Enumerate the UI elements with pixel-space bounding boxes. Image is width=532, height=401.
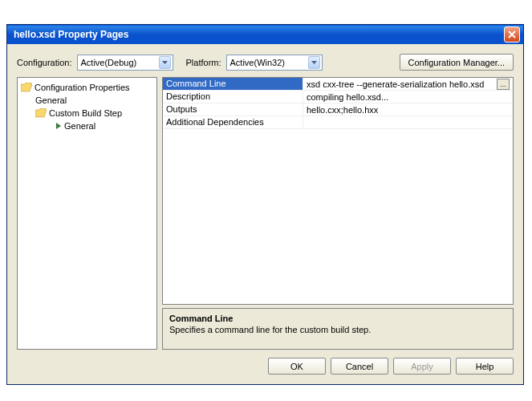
- prop-value[interactable]: xsd cxx-tree --generate-serialization he…: [303, 78, 513, 90]
- configuration-value: Active(Debug): [81, 58, 137, 67]
- close-button[interactable]: [504, 26, 520, 43]
- property-grid[interactable]: Command Line xsd cxx-tree --generate-ser…: [162, 77, 514, 305]
- tree-label: Configuration Properties: [35, 83, 130, 92]
- chevron-down-icon: [308, 56, 320, 69]
- tree-root[interactable]: Configuration Properties: [21, 81, 153, 94]
- prop-name: Command Line: [163, 78, 303, 90]
- configuration-combo[interactable]: Active(Debug): [77, 55, 173, 71]
- tree-label: General: [64, 121, 95, 131]
- ok-button[interactable]: OK: [268, 358, 326, 375]
- tree-label: General: [35, 95, 67, 105]
- folder-open-icon: [21, 83, 32, 92]
- chevron-down-icon: [159, 56, 171, 69]
- platform-value: Active(Win32): [230, 58, 285, 67]
- tree-label: Custom Build Step: [49, 108, 122, 118]
- configuration-row: Configuration: Active(Debug) Platform: A…: [7, 44, 523, 77]
- property-pages-window: hello.xsd Property Pages Configuration: …: [6, 24, 524, 385]
- description-panel: Command Line Specifies a command line fo…: [162, 308, 514, 350]
- configuration-label: Configuration:: [17, 58, 72, 67]
- button-row: OK Cancel Apply Help: [7, 358, 523, 384]
- apply-button[interactable]: Apply: [393, 358, 451, 375]
- prop-row-command-line[interactable]: Command Line xsd cxx-tree --generate-ser…: [163, 78, 513, 91]
- browse-button[interactable]: ...: [497, 79, 510, 90]
- prop-value[interactable]: [303, 116, 513, 128]
- prop-name: Description: [163, 91, 303, 103]
- body: Configuration Properties General Custom …: [7, 77, 523, 358]
- description-title: Command Line: [169, 314, 506, 323]
- folder-open-icon: [35, 108, 47, 118]
- prop-name: Outputs: [163, 103, 303, 115]
- prop-row-additional-deps[interactable]: Additional Dependencies: [163, 116, 513, 129]
- tree-general-selected[interactable]: General: [21, 119, 153, 132]
- titlebar[interactable]: hello.xsd Property Pages: [7, 25, 523, 44]
- description-text: Specifies a command line for the custom …: [169, 325, 506, 334]
- tree-panel[interactable]: Configuration Properties General Custom …: [17, 77, 157, 350]
- prop-row-outputs[interactable]: Outputs hello.cxx;hello.hxx: [163, 103, 513, 116]
- prop-value-text: xsd cxx-tree --generate-serialization he…: [307, 79, 484, 89]
- prop-value[interactable]: hello.cxx;hello.hxx: [303, 103, 513, 115]
- platform-label: Platform:: [186, 58, 221, 67]
- configuration-manager-button[interactable]: Configuration Manager...: [400, 54, 514, 71]
- close-icon: [508, 30, 516, 38]
- help-button[interactable]: Help: [456, 358, 514, 375]
- window-title: hello.xsd Property Pages: [10, 29, 504, 40]
- tree-general[interactable]: General: [21, 94, 153, 107]
- platform-combo[interactable]: Active(Win32): [226, 55, 323, 71]
- prop-row-description[interactable]: Description compiling hello.xsd...: [163, 91, 513, 103]
- tree-custom-build-step[interactable]: Custom Build Step: [21, 107, 153, 119]
- prop-name: Additional Dependencies: [163, 116, 303, 128]
- prop-value[interactable]: compiling hello.xsd...: [303, 91, 513, 103]
- cancel-button[interactable]: Cancel: [331, 358, 388, 375]
- right-panel: Command Line xsd cxx-tree --generate-ser…: [162, 77, 514, 350]
- arrow-right-icon: [55, 122, 63, 130]
